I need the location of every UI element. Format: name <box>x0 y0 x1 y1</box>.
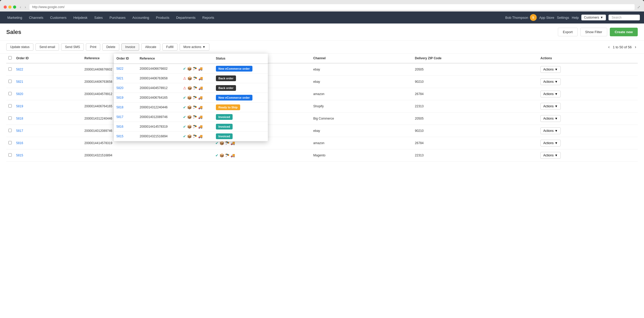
actions-button[interactable]: Actions ▼ <box>540 103 560 110</box>
pagination: ‹ 1 to 50 of 56 › <box>607 44 638 50</box>
actions-button[interactable]: Actions ▼ <box>540 140 560 146</box>
minimize-button[interactable] <box>8 5 11 9</box>
invoice-button[interactable]: Invoice <box>121 43 139 51</box>
channel-cell: Magento <box>311 149 413 162</box>
order-id-link[interactable]: 5819 <box>16 104 23 108</box>
overlay-status-icons: ⚠ 📦 🪂 🚚 <box>183 86 211 90</box>
next-page-button[interactable]: › <box>633 44 638 50</box>
nav-item-purchases[interactable]: Purchases <box>107 14 129 21</box>
overlay-status-icons: ✔ 📦 🪂 🚚 <box>183 115 211 119</box>
nav-item-customers[interactable]: Customers <box>47 14 70 21</box>
check-icon: ✔ <box>215 141 218 145</box>
parachute-icon: 🪂 <box>193 96 197 100</box>
nav-item-helpdesk[interactable]: Helpdesk <box>70 14 91 21</box>
customer-dropdown[interactable]: Customers ▼ <box>581 15 606 20</box>
allocate-button[interactable]: Allocate <box>141 43 160 51</box>
update-status-button[interactable]: Update status <box>6 43 33 51</box>
overlay-order-id-link[interactable]: 5822 <box>116 67 123 70</box>
actions-button[interactable]: Actions ▼ <box>540 91 560 97</box>
row-checkbox[interactable] <box>8 153 12 157</box>
actions-button[interactable]: Actions ▼ <box>540 127 560 134</box>
nav-app-store[interactable]: App Store <box>539 16 554 20</box>
create-new-button[interactable]: Create new <box>610 28 638 36</box>
status-badge: New eCommerce order <box>216 95 252 101</box>
fulfill-button[interactable]: Fulfill <box>162 43 178 51</box>
delete-button[interactable]: Delete <box>102 43 119 51</box>
nav-help[interactable]: Help <box>572 16 579 20</box>
prev-page-button[interactable]: ‹ <box>607 44 611 50</box>
table-row: 5815 2000014321516894 ✔ 📦 🪂 🚚 Magento 22… <box>6 149 638 162</box>
select-all-checkbox[interactable] <box>8 56 12 60</box>
truck-icon: 🚚 <box>231 153 235 157</box>
pagination-text: 1 to 50 of 56 <box>613 45 631 49</box>
nav-item-channels[interactable]: Channels <box>26 14 46 21</box>
table-row: 5816 2000014414578319 ✔ 📦 🪂 🚚 amazon 267… <box>6 137 638 149</box>
zip-cell: 90210 <box>413 76 538 88</box>
more-actions-button[interactable]: More actions ▼ <box>180 43 210 51</box>
more-actions-label: More actions <box>184 45 202 49</box>
actions-label: Actions <box>543 80 553 84</box>
overlay-reference-cell: 2000014321516894 <box>137 132 180 141</box>
overlay-order-id-link[interactable]: 5817 <box>116 115 123 119</box>
actions-button[interactable]: Actions ▼ <box>540 78 560 85</box>
nav-item-sales[interactable]: Sales <box>91 14 106 21</box>
row-checkbox[interactable] <box>8 92 12 95</box>
row-checkbox[interactable] <box>8 104 12 108</box>
row-checkbox[interactable] <box>8 80 12 83</box>
overlay-row: 5816 2000014414578319 ✔ 📦 🪂 🚚 Invoiced <box>114 122 268 132</box>
actions-label: Actions <box>543 154 553 157</box>
nav-item-marketing[interactable]: Marketing <box>4 14 25 21</box>
more-actions-arrow-icon: ▼ <box>202 45 205 49</box>
overlay-order-id-link[interactable]: 5815 <box>116 134 123 138</box>
overlay-order-id-link[interactable]: 5819 <box>116 96 123 99</box>
truck-icon: 🚚 <box>231 141 235 145</box>
nav-item-departments[interactable]: Departments <box>173 14 199 21</box>
send-email-button[interactable]: Send email <box>36 43 59 51</box>
order-id-link[interactable]: 5815 <box>16 154 23 157</box>
overlay-order-id-link[interactable]: 5818 <box>116 105 123 109</box>
order-id-link[interactable]: 5821 <box>16 80 23 84</box>
overlay-table: Order ID Reference Status 5822 200001440… <box>114 54 268 141</box>
order-id-link[interactable]: 5822 <box>16 68 23 71</box>
back-button[interactable]: ‹ <box>19 4 22 10</box>
maximize-button[interactable] <box>13 5 16 9</box>
overlay-order-id-link[interactable]: 5816 <box>116 125 123 128</box>
show-filter-button[interactable]: Show Filter <box>580 28 607 36</box>
order-id-link[interactable]: 5817 <box>16 129 23 133</box>
overlay-order-id-link[interactable]: 5821 <box>116 76 123 80</box>
actions-button[interactable]: Actions ▼ <box>540 152 560 159</box>
nav-item-products[interactable]: Products <box>153 14 172 21</box>
export-button[interactable]: Export <box>558 28 578 36</box>
table-row: 5817 2000014012089746 ✔ 📦 🪂 🚚 ebay 90210… <box>6 125 638 137</box>
nav-item-accounting[interactable]: Accounting <box>129 14 152 21</box>
nav-item-reports[interactable]: Reports <box>199 14 217 21</box>
row-checkbox[interactable] <box>8 116 12 120</box>
actions-label: Actions <box>543 92 553 96</box>
actions-label: Actions <box>543 104 553 108</box>
address-bar[interactable]: http://www.google.com/ <box>29 4 635 10</box>
order-id-link[interactable]: 5818 <box>16 117 23 120</box>
actions-button[interactable]: Actions ▼ <box>540 115 560 122</box>
row-checkbox[interactable] <box>8 129 12 132</box>
search-input[interactable]: Search <box>608 15 640 20</box>
truck-icon: 🚚 <box>198 105 203 109</box>
zip-cell: 90210 <box>413 125 538 137</box>
channel-cell: ebay <box>311 76 413 88</box>
truck-icon: 🚚 <box>198 86 203 90</box>
overlay-order-id-link[interactable]: 5820 <box>116 86 123 90</box>
row-checkbox[interactable] <box>8 141 12 144</box>
box-icon: 📦 <box>187 125 192 129</box>
check-icon: ✔ <box>183 105 186 109</box>
check-icon: ✔ <box>183 125 186 129</box>
overlay-status-icons: ✔ 📦 🪂 🚚 <box>183 67 211 71</box>
actions-button[interactable]: Actions ▼ <box>540 66 560 73</box>
row-checkbox[interactable] <box>8 67 12 71</box>
close-button[interactable] <box>4 5 7 9</box>
order-id-link[interactable]: 5816 <box>16 141 23 145</box>
box-icon: 📦 <box>187 67 192 71</box>
order-id-link[interactable]: 5820 <box>16 92 23 96</box>
print-button[interactable]: Print <box>86 43 100 51</box>
forward-button[interactable]: › <box>24 4 27 10</box>
nav-settings[interactable]: Settings <box>557 16 569 20</box>
send-sms-button[interactable]: Send SMS <box>61 43 84 51</box>
